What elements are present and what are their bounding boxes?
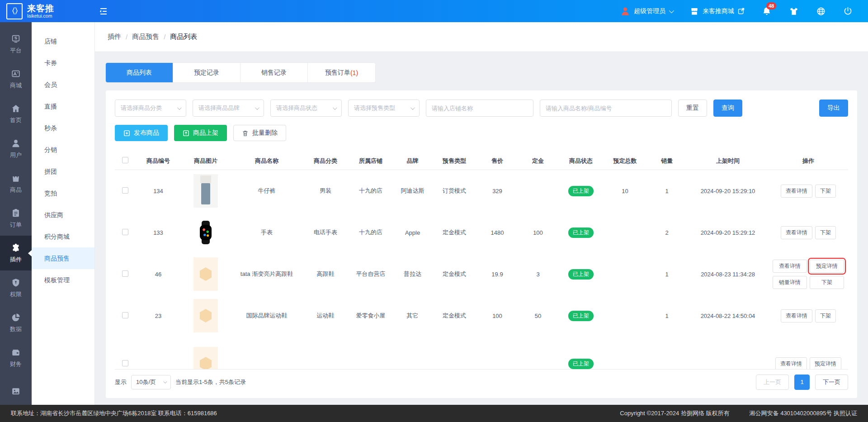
off-shelf-button[interactable]: 下架 xyxy=(815,226,836,239)
sidebar-item-template[interactable]: 模板管理 xyxy=(32,269,94,291)
row-checkbox[interactable] xyxy=(122,187,128,194)
row-checkbox[interactable] xyxy=(122,312,128,318)
product-image-placeholder[interactable] xyxy=(193,347,218,369)
next-page-button[interactable]: 下一页 xyxy=(815,375,848,390)
reserve-detail-button[interactable]: 预定详情 xyxy=(810,357,841,370)
prev-page-button[interactable]: 上一页 xyxy=(756,375,789,390)
chevron-down-icon xyxy=(669,8,674,13)
view-detail-button[interactable]: 查看详情 xyxy=(781,226,812,239)
rail-item-goods[interactable]: 商品 xyxy=(0,166,32,201)
mall-name: 来客推商城 xyxy=(703,7,734,15)
select-placeholder: 请选择商品状态 xyxy=(276,104,317,112)
reset-button[interactable]: 重置 xyxy=(678,100,707,117)
category-select[interactable]: 请选择商品分类 xyxy=(115,100,186,117)
product-image-placeholder[interactable] xyxy=(193,299,218,332)
shelf-product-button[interactable]: 商品上架 xyxy=(174,125,227,141)
rail-item-user[interactable]: 用户 xyxy=(0,131,32,166)
shelf-time: 2024-08-22 14:50:04 xyxy=(687,313,769,319)
tab-product-list[interactable]: 商品列表 xyxy=(106,63,173,82)
off-shelf-button[interactable]: 下架 xyxy=(810,276,844,289)
off-shelf-button[interactable]: 下架 xyxy=(815,309,836,322)
rail-item-mall[interactable]: 商城 xyxy=(0,62,32,96)
logo-domain: laiketui.com xyxy=(27,13,54,19)
col-product-id: 商品编号 xyxy=(136,157,181,165)
view-detail-button[interactable]: 查看详情 xyxy=(775,357,807,370)
footer-copyright: Copyright ©2017-2024 拾捌网络 版权所有 xyxy=(620,409,729,417)
sidebar-item-auction[interactable]: 竞拍 xyxy=(32,182,94,204)
rail-item-data[interactable]: 数据 xyxy=(0,305,32,340)
presale-type-select[interactable]: 请选择预售类型 xyxy=(348,100,420,117)
rail-item-auth[interactable]: 权限 xyxy=(0,270,32,305)
language-globe[interactable] xyxy=(816,6,826,16)
rail-item-media[interactable] xyxy=(0,375,32,405)
sidebar-item-store[interactable]: 店铺 xyxy=(32,30,94,52)
chevron-down-icon xyxy=(177,105,182,110)
sidebar-item-coupon[interactable]: 卡券 xyxy=(32,52,94,74)
product-brand: Apple xyxy=(393,229,432,236)
logo-title: 来客推 xyxy=(27,4,54,13)
shop-shortcut[interactable] xyxy=(789,6,799,16)
product-image-placeholder[interactable] xyxy=(193,257,218,291)
breadcrumb-plugin[interactable]: 插件 xyxy=(108,33,121,41)
product-id: 46 xyxy=(136,271,181,278)
sidebar-item-groupbuy[interactable]: 拼团 xyxy=(32,161,94,182)
view-detail-button[interactable]: 查看详情 xyxy=(773,260,807,273)
sidebar-item-distribution[interactable]: 分销 xyxy=(32,139,94,161)
store-name-input[interactable] xyxy=(426,100,533,117)
breadcrumb-presale[interactable]: 商品预售 xyxy=(132,33,159,41)
select-all-checkbox[interactable] xyxy=(122,157,128,163)
page-size-select[interactable]: 10条/页 xyxy=(131,375,171,389)
sidebar-item-supplier[interactable]: 供应商 xyxy=(32,204,94,226)
tab-presale-orders[interactable]: 预售订单(1) xyxy=(308,63,375,82)
sidebar-item-live[interactable]: 直播 xyxy=(32,95,94,117)
admin-dropdown[interactable]: 超级管理员 xyxy=(620,6,673,16)
page-1-button[interactable]: 1 xyxy=(794,375,810,390)
rail-item-finance[interactable]: 财务 xyxy=(0,340,32,375)
tab-sales-records[interactable]: 销售记录 xyxy=(241,63,308,82)
rail-item-label: 插件 xyxy=(10,256,22,264)
off-shelf-button[interactable]: 下架 xyxy=(815,185,836,198)
sidebar-collapse-icon[interactable] xyxy=(99,7,108,16)
sidebar-item-points-mall[interactable]: 积分商城 xyxy=(32,226,94,247)
search-button[interactable]: 查询 xyxy=(713,100,742,117)
sidebar-item-member[interactable]: 会员 xyxy=(32,74,94,95)
export-button[interactable]: 导出 xyxy=(819,100,848,117)
notification-bell[interactable]: 48 xyxy=(762,6,772,16)
sidebar-item-seckill[interactable]: 秒杀 xyxy=(32,117,94,139)
row-checkbox[interactable] xyxy=(122,360,128,366)
rail-item-order[interactable]: 订单 xyxy=(0,201,32,236)
breadcrumb: 插件 / 商品预售 / 商品列表 xyxy=(95,22,868,52)
batch-delete-button[interactable]: 批量删除 xyxy=(233,125,286,141)
table-row: 134 牛仔裤 男装 十九的店 阿迪达斯 订货模式 329 已上架 10 1 2… xyxy=(115,170,848,212)
button-label: 批量删除 xyxy=(252,129,278,137)
rail-item-home[interactable]: 首页 xyxy=(0,96,32,131)
reserved-total: 10 xyxy=(604,188,646,194)
logo-icon: 〈〉 xyxy=(6,3,23,19)
view-detail-button[interactable]: 查看详情 xyxy=(781,185,812,198)
logout-power[interactable] xyxy=(843,6,853,16)
product-store: 爱零食小屋 xyxy=(348,312,393,320)
product-brand: 普拉达 xyxy=(393,270,432,278)
rail-item-platform[interactable]: 平台 xyxy=(0,27,32,62)
row-checkbox[interactable] xyxy=(122,229,128,235)
status-select[interactable]: 请选择商品状态 xyxy=(270,100,342,117)
brand-select[interactable]: 请选择商品品牌 xyxy=(193,100,264,117)
button-label: 发布商品 xyxy=(134,129,159,137)
row-checkbox[interactable] xyxy=(122,270,128,277)
product-image-watch[interactable] xyxy=(193,219,219,246)
filter-row: 请选择商品分类 请选择商品品牌 请选择商品状态 请选择预售类型 重置 查询 导出 xyxy=(115,100,848,117)
rail-item-label: 财务 xyxy=(10,360,22,368)
product-name-input[interactable] xyxy=(540,100,672,117)
logo[interactable]: 〈〉 来客推 laiketui.com xyxy=(0,3,95,19)
mall-link[interactable]: 来客推商城 xyxy=(690,7,745,16)
sidebar-item-presale[interactable]: 商品预售 xyxy=(32,247,94,269)
tab-reserve-records[interactable]: 预定记录 xyxy=(173,63,241,82)
footer-icp[interactable]: 湘公网安备 43010402000895号 执照认证 xyxy=(750,409,857,417)
view-detail-button[interactable]: 查看详情 xyxy=(781,309,812,322)
rail-item-plugin[interactable]: 插件 xyxy=(0,236,32,270)
table-row: 133 手表 电话手表 十九的店 Apple 定金模式 1480 100 已上架… xyxy=(115,212,848,253)
reserve-detail-button[interactable]: 预定详情 xyxy=(810,260,844,273)
sales-detail-button[interactable]: 销量详情 xyxy=(773,276,807,289)
product-image-jeans[interactable] xyxy=(193,174,218,208)
publish-product-button[interactable]: 发布商品 xyxy=(115,125,168,141)
